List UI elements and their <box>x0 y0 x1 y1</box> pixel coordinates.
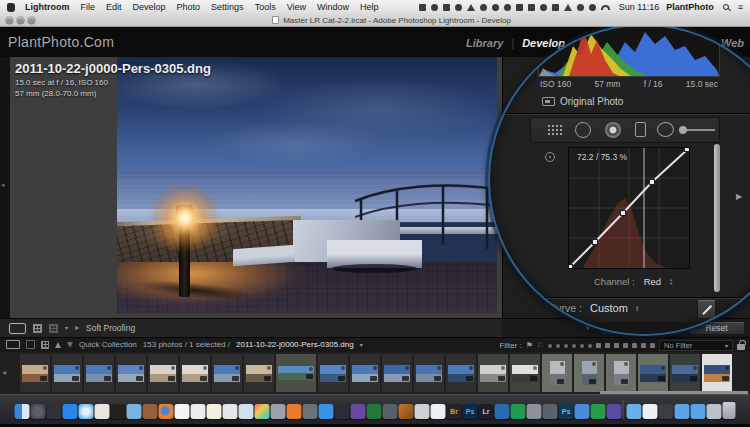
flag-pick-icon[interactable] <box>526 341 533 350</box>
star-2-icon[interactable] <box>556 344 560 348</box>
star-4-icon[interactable] <box>572 344 576 348</box>
panel-scrollbar[interactable] <box>714 144 720 292</box>
color-app-icon[interactable] <box>335 404 350 419</box>
label-3-icon[interactable] <box>614 343 619 348</box>
filmstrip-thumb[interactable] <box>382 354 412 392</box>
soft-proofing-toggle-icon[interactable] <box>75 324 79 332</box>
itunes-icon[interactable] <box>319 404 334 419</box>
flag-reject-icon[interactable] <box>537 341 544 350</box>
folder-downloads-icon[interactable] <box>627 404 642 419</box>
finder-icon[interactable] <box>15 404 30 419</box>
power-app-icon[interactable] <box>511 404 526 419</box>
filmstrip-thumb[interactable] <box>116 354 146 392</box>
preview-icon[interactable] <box>239 404 254 419</box>
module-tab[interactable]: Develop <box>522 37 565 49</box>
star-5-icon[interactable] <box>580 344 584 348</box>
minimize-window-button[interactable] <box>17 17 24 24</box>
point-curve-select[interactable]: Custom <box>590 302 628 314</box>
calendar-icon[interactable] <box>175 404 190 419</box>
star-3-icon[interactable] <box>564 344 568 348</box>
adjustment-brush-icon[interactable] <box>683 129 715 131</box>
photoshop-icon[interactable]: Ps <box>463 404 478 419</box>
go-back-icon[interactable] <box>55 342 61 348</box>
point-curve-caret-icon[interactable] <box>636 305 638 312</box>
notification-center-icon[interactable] <box>738 3 743 12</box>
menu-item[interactable]: Settings <box>211 2 244 12</box>
camera-utility-icon[interactable] <box>415 404 430 419</box>
creative-cloud-app-icon[interactable] <box>607 404 622 419</box>
evernote-icon[interactable] <box>591 404 606 419</box>
knob-app-icon[interactable] <box>383 404 398 419</box>
star-6-icon[interactable] <box>588 344 592 348</box>
filmstrip-thumb[interactable] <box>52 354 82 392</box>
cloud-app-icon[interactable] <box>431 404 446 419</box>
label-1-icon[interactable] <box>596 343 601 348</box>
photoshop-cs-icon[interactable]: Ps <box>559 404 574 419</box>
filmstrip-thumb[interactable] <box>350 354 380 392</box>
notes-icon[interactable] <box>207 404 222 419</box>
filmstrip-thumb[interactable] <box>542 354 572 392</box>
spot-removal-icon[interactable] <box>575 122 591 138</box>
documents-icon[interactable] <box>223 404 238 419</box>
filmstrip-thumb[interactable] <box>276 354 316 392</box>
soft-proofing-label[interactable]: Soft Proofing <box>86 323 135 333</box>
filmstrip-status-filename[interactable]: 2011-10-22-j0000-Pers-0305.dng <box>236 340 354 349</box>
lightroom-icon[interactable]: Lr <box>479 404 494 419</box>
folder-blue-icon[interactable] <box>675 404 690 419</box>
filmstrip-thumb[interactable] <box>84 354 114 392</box>
second-window-icon[interactable] <box>26 340 35 349</box>
wifi-icon[interactable] <box>601 5 610 10</box>
zoom-window-button[interactable] <box>28 17 35 24</box>
quick-collection-label[interactable]: Quick Collection <box>79 340 137 349</box>
info-icon[interactable] <box>504 4 511 11</box>
bridge-icon[interactable]: Br <box>447 404 462 419</box>
gear-app-icon[interactable] <box>495 404 510 419</box>
label-6-icon[interactable] <box>641 343 646 348</box>
drive-icon[interactable] <box>528 4 535 11</box>
filmstrip-source-caret-icon[interactable] <box>360 342 363 348</box>
system-preferences-icon[interactable] <box>271 404 286 419</box>
filter-preset-select[interactable]: No Filter <box>659 340 733 351</box>
volume-icon[interactable] <box>577 4 584 11</box>
document-stack-icon[interactable] <box>643 404 658 419</box>
spotlight-icon[interactable] <box>723 4 729 10</box>
filmstrip-thumb[interactable] <box>638 354 668 392</box>
folder-blue-2-icon[interactable] <box>691 404 706 419</box>
utility-icon[interactable] <box>303 404 318 419</box>
pictures-icon[interactable] <box>707 404 722 419</box>
apple-icon[interactable] <box>7 3 15 12</box>
shield-icon[interactable] <box>443 4 450 11</box>
garageband-icon[interactable] <box>399 404 414 419</box>
star-app-icon[interactable] <box>351 404 366 419</box>
label-7-icon[interactable] <box>650 343 655 348</box>
pages-icon[interactable] <box>95 404 110 419</box>
channel-select[interactable]: Red <box>644 276 661 287</box>
module-tab[interactable]: | <box>511 37 514 49</box>
filmstrip-thumb[interactable] <box>446 354 476 392</box>
filmstrip-thumb[interactable] <box>606 354 636 392</box>
cursor-icon[interactable] <box>467 4 475 11</box>
app-store-icon[interactable] <box>63 404 78 419</box>
creative-cloud-icon[interactable] <box>431 4 438 11</box>
grid-view-icon[interactable] <box>33 324 42 333</box>
grid-view-icon[interactable] <box>41 341 49 349</box>
cloud-icon[interactable] <box>516 4 523 11</box>
menu-item[interactable]: Photo <box>177 2 201 12</box>
safari-icon[interactable] <box>79 404 94 419</box>
photos-icon[interactable] <box>255 404 270 419</box>
leaf-icon[interactable] <box>480 4 487 11</box>
share-app-icon[interactable] <box>575 404 590 419</box>
contacts-icon[interactable] <box>143 404 158 419</box>
filter-lock-icon[interactable] <box>737 344 745 350</box>
siri-icon[interactable] <box>31 404 46 419</box>
filmstrip-scroll-left-icon[interactable] <box>2 368 6 377</box>
jump-icon[interactable] <box>287 404 302 419</box>
menu-item[interactable]: Edit <box>106 2 122 12</box>
left-panel-collapse[interactable] <box>0 57 10 318</box>
menu-clock[interactable]: Sun 11:16 <box>619 2 659 12</box>
graduated-filter-icon[interactable] <box>635 122 646 137</box>
targeted-adjustment-icon[interactable] <box>545 152 555 162</box>
crop-overlay-icon[interactable] <box>547 124 562 137</box>
bell-icon[interactable] <box>492 4 499 11</box>
original-photo-row[interactable]: Original Photo <box>542 96 623 107</box>
